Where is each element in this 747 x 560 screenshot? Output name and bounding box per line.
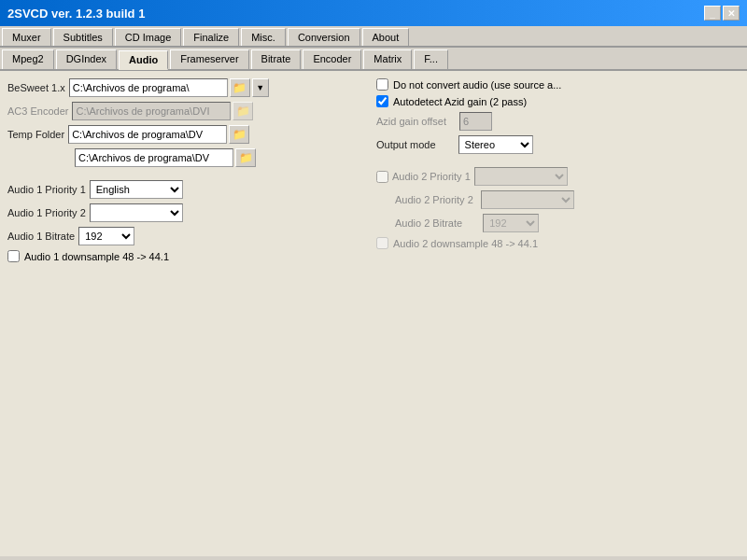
left-column: BeSweet 1.x 📁 ▼ AC3 Encoder 📁 Temp Folde… — [7, 78, 371, 549]
do-not-convert-row: Do not convert audio (use source a... — [376, 78, 740, 91]
tab-conversion[interactable]: Conversion — [288, 28, 360, 46]
tab-audio[interactable]: Audio — [119, 50, 168, 70]
folder-input-group: 📁 — [68, 125, 371, 144]
autodetect-checkbox[interactable] — [376, 95, 388, 107]
tab-matrix[interactable]: Matrix — [363, 49, 412, 69]
audio2-downsample-row: Audio 2 downsample 48 -> 44.1 — [376, 237, 740, 249]
audio1-bitrate-row: Audio 1 Bitrate 128 192 224 256 320 — [7, 227, 371, 245]
azid-gain-row: Azid gain offset — [376, 112, 740, 131]
audio2-priority2-label: Audio 2 Priority 2 — [395, 194, 473, 205]
besweet-dropdown-button[interactable]: ▼ — [252, 78, 269, 97]
tab-misc[interactable]: Misc. — [241, 28, 286, 46]
tab-about[interactable]: About — [362, 28, 410, 46]
content-grid: BeSweet 1.x 📁 ▼ AC3 Encoder 📁 Temp Folde… — [7, 78, 740, 549]
encoder-row: AC3 Encoder 📁 — [7, 102, 371, 120]
do-not-convert-checkbox[interactable] — [376, 78, 388, 91]
do-not-convert-label: Do not convert audio (use source a... — [393, 79, 561, 91]
audio1-priority2-select[interactable]: English French Spanish — [90, 203, 183, 222]
besweet-browse-button[interactable]: 📁 — [230, 78, 250, 97]
encoder-browse-button[interactable]: 📁 — [233, 102, 253, 120]
audio2-priority1-row: Audio 2 Priority 1 English French — [376, 167, 740, 186]
autodetect-row: Autodetect Azid gain (2 pass) — [376, 95, 740, 107]
audio1-priority1-select[interactable]: English French Spanish German — [90, 180, 183, 199]
extra-path-input[interactable] — [75, 148, 233, 167]
audio1-priority2-label: Audio 1 Priority 2 — [7, 207, 86, 218]
tab-mpeg2[interactable]: Mpeg2 — [2, 49, 54, 69]
extra-browse-button[interactable]: 📁 — [235, 148, 256, 167]
output-mode-select[interactable]: Mono Stereo Dolby Surround Joint Stereo — [458, 135, 533, 154]
folder-row: Temp Folder 📁 — [7, 125, 371, 144]
tab-bitrate[interactable]: Bitrate — [251, 49, 302, 69]
main-content: BeSweet 1.x 📁 ▼ AC3 Encoder 📁 Temp Folde… — [0, 71, 747, 556]
besweet-label: BeSweet 1.x — [7, 82, 65, 93]
app-title: 2SVCD ver. 1.2.3 build 1 — [7, 7, 145, 21]
audio2-priority1-checkbox[interactable] — [376, 171, 388, 183]
audio1-downsample-row: Audio 1 downsample 48 -> 44.1 — [7, 250, 371, 262]
tab-frameserver[interactable]: Frameserver — [170, 49, 248, 69]
title-bar-buttons: _ ✕ — [704, 6, 740, 21]
audio2-downsample-label: Audio 2 downsample 48 -> 44.1 — [393, 238, 538, 249]
audio1-downsample-label: Audio 1 downsample 48 -> 44.1 — [24, 251, 169, 262]
audio2-priority2-row: Audio 2 Priority 2 English French — [376, 190, 740, 209]
audio2-priority2-select[interactable]: English French — [481, 190, 574, 209]
audio1-downsample-checkbox[interactable] — [7, 250, 20, 262]
audio2-priority1-select[interactable]: English French — [474, 167, 568, 186]
besweet-path-input[interactable] — [69, 78, 228, 97]
azid-gain-input[interactable] — [459, 112, 492, 131]
audio2-bitrate-label: Audio 2 Bitrate — [395, 217, 462, 229]
audio2-bitrate-row: Audio 2 Bitrate 128 192 224 256 — [376, 214, 740, 232]
title-bar: 2SVCD ver. 1.2.3 build 1 _ ✕ — [0, 0, 747, 26]
audio2-priority1-label: Audio 2 Priority 1 — [392, 171, 471, 182]
audio1-priority1-label: Audio 1 Priority 1 — [7, 184, 86, 195]
encoder-label: AC3 Encoder — [7, 105, 68, 117]
tab-muxer[interactable]: Muxer — [2, 28, 51, 46]
tab-f[interactable]: F... — [414, 49, 448, 69]
encoder-path-input[interactable] — [72, 102, 231, 120]
extra-path-row: 📁 — [7, 148, 371, 167]
audio2-downsample-checkbox[interactable] — [376, 237, 388, 249]
besweet-row: BeSweet 1.x 📁 ▼ — [7, 78, 371, 97]
tabs-row2: Mpeg2 DGIndex Audio Frameserver Bitrate … — [0, 48, 747, 71]
encoder-input-group: 📁 — [72, 102, 371, 120]
folder-label: Temp Folder — [7, 129, 64, 140]
tab-cdimage[interactable]: CD Image — [115, 28, 182, 46]
besweet-input-group: 📁 ▼ — [69, 78, 371, 97]
minimize-button[interactable]: _ — [704, 6, 721, 21]
tab-encoder[interactable]: Encoder — [303, 49, 361, 69]
tab-subtitles[interactable]: Subtitles — [53, 28, 113, 46]
extra-input-group: 📁 — [7, 148, 371, 167]
output-mode-label: Output mode — [376, 139, 436, 150]
audio1-priority2-row: Audio 1 Priority 2 English French Spanis… — [7, 203, 371, 222]
azid-gain-label: Azid gain offset — [376, 116, 446, 127]
tabs-row1: Muxer Subtitles CD Image Finalize Misc. … — [0, 26, 747, 48]
audio1-bitrate-label: Audio 1 Bitrate — [7, 231, 75, 242]
folder-path-input[interactable] — [68, 125, 227, 144]
tab-dgindex[interactable]: DGIndex — [56, 49, 117, 69]
audio1-priority1-row: Audio 1 Priority 1 English French Spanis… — [7, 180, 371, 199]
audio2-bitrate-select[interactable]: 128 192 224 256 — [483, 214, 539, 232]
output-mode-row: Output mode Mono Stereo Dolby Surround J… — [376, 135, 740, 154]
close-button[interactable]: ✕ — [723, 6, 740, 21]
folder-browse-button[interactable]: 📁 — [229, 125, 249, 144]
autodetect-label: Autodetect Azid gain (2 pass) — [393, 96, 527, 107]
audio1-bitrate-select[interactable]: 128 192 224 256 320 — [78, 227, 134, 245]
right-column: Do not convert audio (use source a... Au… — [376, 78, 740, 549]
tab-finalize[interactable]: Finalize — [183, 28, 239, 46]
